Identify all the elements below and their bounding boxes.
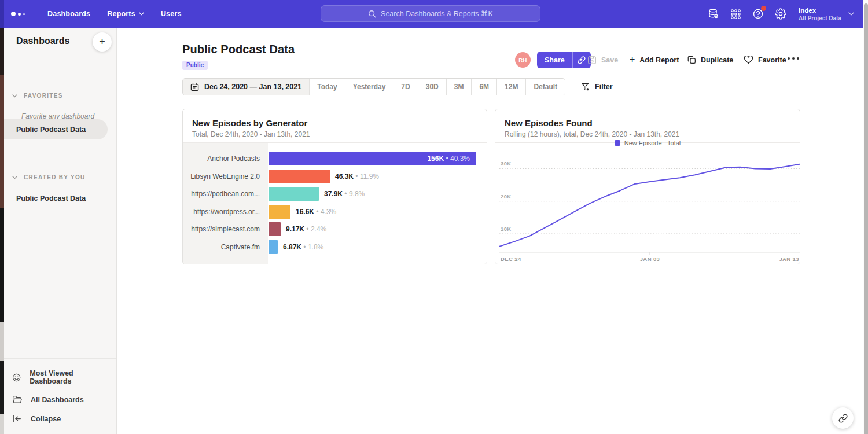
bar-row: Anchor Podcasts156K • 40.3% (183, 150, 482, 168)
bar (269, 240, 278, 254)
bar (269, 170, 330, 183)
top-nav: Dashboards Reports Users Search Dashboar… (0, 0, 868, 28)
floating-link-button[interactable] (832, 407, 854, 429)
bar-row: Libsyn WebEngine 2.046.3K • 11.9% (183, 168, 482, 186)
bar (269, 205, 290, 219)
sidebar-section-favorites[interactable]: FAVORITES (4, 93, 116, 99)
link-icon (578, 56, 586, 64)
sidebar-title: Dashboards (16, 36, 69, 46)
page-scrollbar (863, 0, 868, 434)
date-toolbar: Dec 24, 2020 — Jan 13, 2021 TodayYesterd… (182, 78, 613, 95)
workspace-subtitle: All Project Data (799, 14, 841, 22)
bar (269, 222, 281, 236)
share-button[interactable]: Share (537, 52, 573, 68)
smiley-icon (12, 373, 21, 382)
page-title: Public Podcast Data (182, 43, 295, 56)
avatar[interactable]: RH (515, 52, 531, 68)
bar-value-label: 156K • 40.3% (269, 150, 470, 168)
sidebar-section-created-by-you[interactable]: CREATED BY YOU (4, 174, 116, 181)
sidebar-item-public-podcast-data-active[interactable]: Public Podcast Data (4, 119, 108, 139)
scrollbar-thumb[interactable] (864, 3, 868, 434)
x-axis-tick-label: DEC 24 (501, 256, 521, 262)
date-preset-30d[interactable]: 30D (418, 79, 446, 95)
legend-label: New Episode - Total (624, 139, 681, 146)
date-preset-7d[interactable]: 7D (393, 79, 417, 95)
new-dashboard-button[interactable]: + (93, 32, 112, 52)
chart-subtitle: Rolling (12 hours), total, Dec 24th, 202… (505, 130, 790, 138)
date-range-picker[interactable]: Dec 24, 2020 — Jan 13, 2021 (183, 79, 309, 95)
favorite-button[interactable]: Favorite (744, 52, 786, 68)
link-icon (838, 414, 848, 423)
sidebar-item-public-podcast-data[interactable]: Public Podcast Data (16, 194, 86, 203)
card-header: New Episodes Found Rolling (12 hours), t… (495, 109, 800, 143)
sidebar: Dashboards + FAVORITES Favorite any dash… (4, 28, 117, 434)
workspace-switcher[interactable]: Index All Project Data (799, 6, 854, 22)
all-dashboards-button[interactable]: All Dashboards (4, 390, 116, 409)
date-preset-12m[interactable]: 12M (496, 79, 525, 95)
bar-chart: Anchor Podcasts156K • 40.3%Libsyn WebEng… (183, 150, 482, 256)
bar-value-label: 16.6K • 4.3% (296, 203, 336, 221)
search-placeholder: Search Dashboards & Reports ⌘K (381, 9, 493, 18)
x-axis-tick-label: JAN 13 (779, 256, 799, 262)
nav-item-users[interactable]: Users (161, 10, 182, 18)
collapse-sidebar-button[interactable]: Collapse (4, 409, 116, 428)
save-button[interactable]: Save (587, 52, 618, 68)
database-icon[interactable] (708, 8, 719, 20)
bar-value-label: 37.9K • 9.8% (324, 185, 365, 203)
date-range-control: Dec 24, 2020 — Jan 13, 2021 TodayYesterd… (182, 78, 565, 95)
date-preset-6m[interactable]: 6M (471, 79, 496, 95)
gear-icon[interactable] (775, 8, 786, 20)
visibility-badge: Public (182, 61, 208, 70)
search-input[interactable]: Search Dashboards & Reports ⌘K (321, 5, 540, 22)
help-icon[interactable] (752, 8, 764, 20)
date-preset-default[interactable]: Default (525, 79, 565, 95)
save-icon (587, 56, 597, 65)
bar-category-label: Anchor Podcasts (183, 150, 268, 168)
bar-row: https://wordpress.or...16.6K • 4.3% (183, 203, 482, 221)
desktop-edge-sliver (0, 0, 4, 434)
date-preset-yesterday[interactable]: Yesterday (345, 79, 393, 95)
bar-category-label: https://wordpress.or... (183, 203, 268, 221)
add-report-button[interactable]: + Add Report (630, 52, 679, 68)
y-axis-tick-label: 10K (501, 226, 512, 232)
mode-logo-icon[interactable] (11, 12, 31, 16)
funnel-plus-icon (581, 82, 590, 91)
bar (269, 187, 319, 201)
folder-icon (12, 395, 22, 404)
share-split-button: Share (537, 52, 591, 68)
search-icon (368, 10, 376, 18)
most-viewed-dashboards-button[interactable]: Most Viewed Dashboards (4, 365, 116, 390)
plus-icon: + (630, 54, 635, 65)
more-options-button[interactable] (788, 57, 799, 60)
copy-icon (687, 56, 696, 64)
collapse-icon (12, 414, 22, 424)
duplicate-button[interactable]: Duplicate (687, 52, 733, 68)
nav-item-dashboards[interactable]: Dashboards (47, 10, 90, 18)
card-new-episodes-by-generator: New Episodes by Generator Total, Dec 24t… (182, 109, 487, 264)
bar-row: https://simplecast.com9.17K • 2.4% (183, 220, 482, 238)
bar-category-label: Captivate.fm (183, 238, 268, 256)
chart-legend: New Episode - Total (495, 139, 800, 146)
sidebar-footer: Most Viewed Dashboards All Dashboards Co… (4, 358, 116, 434)
bar-value-label: 9.17K • 2.4% (286, 220, 326, 238)
chevron-down-icon (848, 12, 854, 16)
chart-title: New Episodes by Generator (192, 118, 477, 128)
date-preset-today[interactable]: Today (309, 79, 344, 95)
nav-item-reports[interactable]: Reports (107, 10, 144, 18)
bar-value-label: 6.87K • 1.8% (283, 238, 323, 256)
date-presets: TodayYesterday7D30D3M6M12MDefault (309, 79, 565, 95)
workspace-name: Index (799, 6, 841, 14)
date-preset-3m[interactable]: 3M (446, 79, 472, 95)
bar-category-label: Libsyn WebEngine 2.0 (183, 168, 268, 186)
heart-icon (744, 56, 753, 64)
bar-value-label: 46.3K • 11.9% (335, 168, 379, 186)
apps-grid-icon[interactable] (730, 9, 741, 20)
notification-badge (761, 6, 766, 11)
chevron-down-icon (12, 94, 17, 98)
date-range-label: Dec 24, 2020 — Jan 13, 2021 (204, 83, 301, 91)
chart-title: New Episodes Found (505, 118, 790, 128)
line-chart: 10K20K30KDEC 24JAN 03JAN 13 (499, 156, 800, 263)
filter-button[interactable]: Filter (581, 82, 613, 91)
chevron-down-icon (12, 176, 17, 179)
chart-subtitle: Total, Dec 24th, 2020 - Jan 13th, 2021 (192, 130, 477, 138)
